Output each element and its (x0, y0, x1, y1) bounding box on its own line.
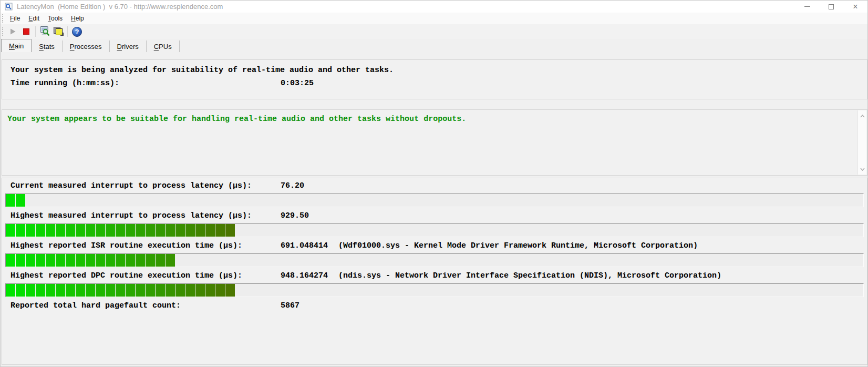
bar-segment (175, 224, 185, 237)
tab-processes-rest: rocesses (75, 43, 102, 50)
toolbar-gripper[interactable] (2, 27, 5, 36)
bar-segment (146, 284, 155, 297)
bar-segment (215, 224, 225, 237)
menu-edit[interactable]: Edit (24, 14, 44, 23)
tab-strip: Main Stats Processes Drivers CPUs (1, 39, 180, 52)
stat-detail: (Wdf01000.sys - Kernel Mode Driver Frame… (338, 241, 698, 250)
bar-segment (86, 254, 95, 267)
menu-edit-rest: dit (33, 15, 39, 22)
tab-cpus[interactable]: CPUs (147, 40, 180, 52)
verdict-scrollbar[interactable] (857, 110, 866, 175)
menu-bar: File Edit Tools Help (1, 13, 867, 24)
windows-button[interactable] (51, 25, 65, 38)
bar-segment (156, 284, 165, 297)
bar-segment (126, 224, 135, 237)
minimize-button[interactable] (795, 1, 819, 13)
monitor-magnifier-icon (39, 26, 50, 37)
bar-segment (126, 284, 135, 297)
tab-drivers[interactable]: Drivers (110, 40, 147, 52)
tab-drivers-rest: rivers (122, 43, 139, 50)
maximize-button[interactable] (819, 1, 843, 13)
menu-help-accel: H (71, 15, 76, 22)
bar-segment (96, 224, 105, 237)
tab-stats-accel: S (39, 43, 44, 50)
minimize-icon (804, 6, 810, 7)
stat-row-current-latency: Current measured interrupt to process la… (2, 180, 867, 192)
menu-file[interactable]: File (6, 14, 24, 23)
verdict-text: Your system appears to be suitable for h… (7, 115, 466, 124)
bar-segment (156, 254, 165, 267)
tab-main[interactable]: Main (1, 39, 32, 52)
bar-segment (225, 224, 235, 237)
tab-processes-accel: P (70, 43, 75, 50)
bar-segment (185, 224, 195, 237)
tab-stats[interactable]: Stats (32, 40, 63, 52)
bar-segment (175, 284, 185, 297)
stat-row-dpc: Highest reported DPC routine execution t… (2, 270, 867, 282)
bar-segment (116, 254, 125, 267)
bar-segment (185, 284, 195, 297)
bar-segment (225, 284, 235, 297)
window-controls: × (795, 1, 867, 13)
bar-segment (195, 224, 205, 237)
analysis-panel: Your system is being analyzed for suitab… (2, 59, 867, 99)
stop-button[interactable] (19, 25, 33, 38)
menu-help[interactable]: Help (67, 14, 88, 23)
latency-bar-highest (5, 223, 864, 237)
latency-bar-isr (5, 253, 864, 267)
bar-segment (86, 224, 95, 237)
menubar-gripper[interactable] (2, 14, 5, 23)
bar-segment (46, 224, 55, 237)
tab-processes[interactable]: Processes (63, 40, 110, 52)
bar-segment (116, 224, 125, 237)
bar-segment (136, 224, 145, 237)
close-icon: × (853, 3, 857, 11)
scroll-down-button[interactable] (858, 165, 866, 174)
bar-segment (76, 284, 85, 297)
stat-value: 929.50 (281, 211, 309, 220)
menu-file-rest: ile (14, 15, 20, 22)
bar-segment (116, 284, 125, 297)
start-button[interactable] (6, 25, 19, 38)
maximize-icon (829, 4, 834, 9)
bar-segment (146, 254, 155, 267)
stat-label: Highest measured interrupt to process la… (11, 211, 252, 220)
stop-icon (22, 27, 30, 36)
menu-tools[interactable]: Tools (44, 14, 67, 23)
bar-segment (205, 284, 215, 297)
bar-segment (76, 224, 85, 237)
stat-row-highest-latency: Highest measured interrupt to process la… (2, 210, 867, 222)
tab-cpus-rest: PUs (159, 43, 172, 50)
bar-segment (96, 254, 105, 267)
help-button[interactable]: ? (70, 25, 84, 38)
analyze-button[interactable] (38, 25, 51, 38)
bar-segment (56, 224, 65, 237)
chevron-down-icon (860, 168, 865, 171)
help-icon: ? (71, 26, 82, 37)
scroll-up-button[interactable] (858, 111, 866, 120)
bar-segment (166, 284, 175, 297)
bar-segment (106, 284, 115, 297)
time-running-value: 0:03:25 (281, 79, 314, 88)
analysis-line: Your system is being analyzed for suitab… (2, 65, 867, 78)
latency-bar-dpc (5, 283, 864, 297)
close-button[interactable]: × (843, 1, 867, 13)
tab-cpus-accel: C (154, 43, 159, 50)
bar-segment (56, 254, 65, 267)
stat-label: Current measured interrupt to process la… (11, 181, 252, 190)
cascade-windows-icon (53, 26, 64, 37)
bar-segment (166, 254, 175, 267)
stat-row-pagefaults: Reported total hard pagefault count: 586… (2, 300, 867, 312)
latency-bar-current (5, 193, 864, 207)
bar-segment (136, 284, 145, 297)
bar-segment (146, 224, 155, 237)
menu-tools-rest: ools (51, 15, 63, 22)
bar-segment (46, 284, 55, 297)
stat-detail: (ndis.sys - Network Driver Interface Spe… (338, 271, 721, 280)
time-running-label: Time running (h:mm:ss): (11, 79, 119, 88)
stat-value: 691.048414 (281, 241, 328, 250)
chevron-up-icon (860, 115, 865, 118)
bar-segment (215, 284, 225, 297)
verdict-panel: Your system appears to be suitable for h… (2, 109, 867, 176)
window-title: LatencyMon (Home Edition ) v 6.70 - http… (17, 3, 223, 11)
